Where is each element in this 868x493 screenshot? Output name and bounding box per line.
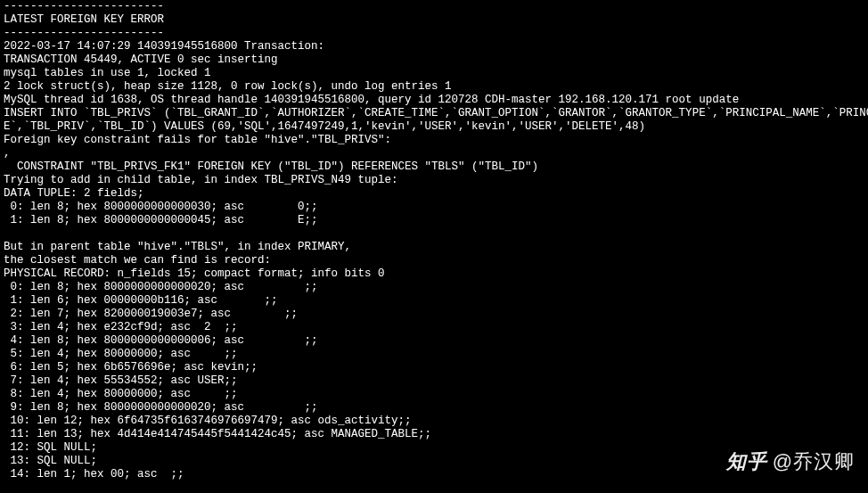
terminal-output: ------------------------ LATEST FOREIGN … — [4, 0, 864, 481]
watermark: 知乎 @乔汉卿 — [726, 455, 855, 468]
watermark-author: @乔汉卿 — [773, 455, 855, 468]
zhihu-logo: 知乎 — [726, 455, 767, 468]
